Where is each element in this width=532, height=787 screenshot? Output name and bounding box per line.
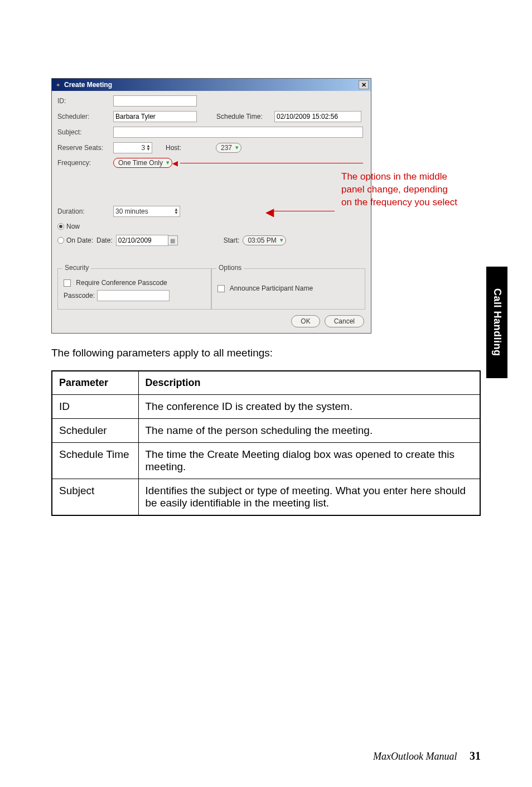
param-cell: Schedule Time (52, 443, 138, 479)
header-parameter: Parameter (52, 371, 138, 395)
frequency-label: Frequency: (57, 159, 113, 167)
schedule-time-input[interactable] (274, 111, 361, 122)
now-radio[interactable] (57, 223, 64, 230)
passcode-input[interactable] (97, 290, 170, 301)
parameters-table: Parameter Description ID The conference … (51, 370, 481, 516)
section-tab-label: Call Handling (491, 288, 503, 356)
frequency-select[interactable]: One Time Only (113, 158, 172, 168)
param-cell: Scheduler (52, 419, 138, 443)
options-legend: Options (216, 264, 244, 272)
table-row: Scheduler The name of the person schedul… (52, 419, 480, 443)
host-value: 237 (221, 144, 232, 152)
start-select[interactable]: 03:05 PM (243, 235, 286, 245)
on-date-radio[interactable] (57, 237, 64, 244)
duration-label: Duration: (57, 207, 113, 215)
table-header-row: Parameter Description (52, 371, 480, 395)
annotation-text: The options in the middle panel change, … (341, 171, 458, 209)
id-label: ID: (57, 97, 113, 105)
table-row: Schedule Time The time the Create Meetin… (52, 443, 480, 479)
duration-spinner-icon: ▲▼ (174, 208, 178, 215)
announce-name-checkbox[interactable] (217, 285, 225, 292)
table-row: Subject Identifies the subject or type o… (52, 479, 480, 516)
desc-cell: Identifies the subject or type of meetin… (138, 479, 480, 516)
book-title: MaxOutlook Manual (373, 751, 457, 762)
intro-paragraph: The following parameters apply to all me… (51, 347, 481, 359)
annotation-arrow2-icon: ◀ (265, 205, 274, 219)
date-label: Date: (96, 236, 113, 244)
subject-input[interactable] (113, 127, 363, 138)
start-label: Start: (224, 236, 240, 244)
page-number: 31 (470, 750, 481, 762)
close-button[interactable]: ✕ (359, 80, 369, 89)
require-passcode-label: Require Conference Passcode (76, 279, 167, 287)
on-date-label: On Date: (66, 236, 93, 244)
reserve-seats-label: Reserve Seats: (57, 144, 113, 152)
frequency-value: One Time Only (118, 159, 163, 167)
calendar-icon[interactable]: ▦ (168, 235, 178, 245)
id-input[interactable] (113, 95, 197, 107)
param-cell: Subject (52, 479, 138, 516)
desc-cell: The name of the person scheduling the me… (138, 419, 480, 443)
dialog-titlebar: ✦ Create Meeting ✕ (52, 79, 371, 91)
annotation-arrow-icon: ◀ (172, 159, 178, 167)
dialog-title: Create Meeting (64, 81, 112, 89)
param-cell: ID (52, 395, 138, 419)
host-label: Host: (166, 144, 216, 152)
table-row: ID The conference ID is created by the s… (52, 395, 480, 419)
now-label: Now (66, 223, 80, 230)
spinner-arrows-icon: ▲▼ (146, 144, 151, 151)
reserve-seats-stepper[interactable]: 3 ▲▼ (113, 142, 152, 153)
desc-cell: The time the Create Meeting dialog box w… (138, 443, 480, 479)
page-footer: MaxOutlook Manual 31 (373, 750, 481, 762)
options-group: Options Announce Participant Name (211, 268, 365, 310)
header-description: Description (138, 371, 480, 395)
require-passcode-checkbox[interactable] (64, 279, 71, 287)
desc-cell: The conference ID is created by the syst… (138, 395, 480, 419)
announce-name-label: Announce Participant Name (230, 284, 313, 292)
app-icon: ✦ (54, 81, 62, 89)
scheduler-input[interactable] (113, 111, 197, 122)
subject-label: Subject: (57, 128, 113, 136)
duration-value: 30 minutes (115, 207, 148, 215)
date-input[interactable] (116, 235, 168, 246)
annotation-line2 (273, 211, 335, 211)
scheduler-label: Scheduler: (57, 113, 113, 120)
duration-select[interactable]: 30 minutes ▲▼ (113, 206, 180, 217)
security-group: Security Require Conference Passcode Pas… (57, 268, 211, 310)
security-legend: Security (62, 264, 91, 272)
passcode-label: Passcode: (64, 292, 95, 300)
host-select[interactable]: 237 (216, 143, 241, 153)
annotation-line (180, 163, 363, 163)
section-tab: Call Handling (486, 267, 507, 378)
start-value: 03:05 PM (248, 236, 276, 244)
schedule-time-label: Schedule Time: (216, 113, 274, 120)
dialog-body: ID: Scheduler: Schedule Time: Subject: R… (52, 91, 371, 333)
ok-button[interactable]: OK (291, 315, 320, 327)
cancel-button[interactable]: Cancel (325, 315, 364, 327)
reserve-seats-value: 3 (141, 144, 145, 152)
create-meeting-dialog: ✦ Create Meeting ✕ ID: Scheduler: Schedu… (51, 78, 371, 334)
